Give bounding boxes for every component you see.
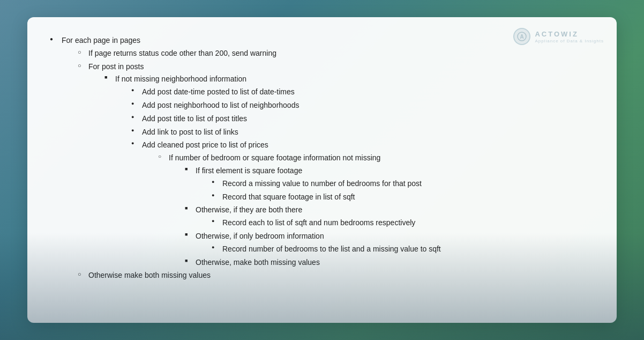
item-text: For each page in pages — [62, 36, 140, 45]
item-text: Record number of bedrooms to the list an… — [222, 245, 441, 253]
item-text: Otherwise, if they are both there — [196, 205, 302, 214]
list-item: Add link to post to list of links — [130, 126, 595, 139]
list-item: Otherwise, if they are both there Record… — [184, 204, 595, 230]
item-text: If page returns status code other than 2… — [88, 49, 276, 57]
item-text: Otherwise, if only bedroom information — [196, 232, 324, 240]
list-item: If not missing neighborhood information … — [103, 73, 595, 269]
list-item: If page returns status code other than 2… — [77, 47, 595, 60]
item-text: For post in posts — [88, 62, 144, 71]
list-item: Add cleaned post price to list of prices… — [130, 139, 595, 269]
list-item: Otherwise, make both missing values — [184, 256, 595, 269]
list-item: Record that square footage in list of sq… — [211, 191, 595, 204]
content-card: A ACTOWIZ Appliance of Data & Insights F… — [27, 17, 617, 323]
item-text: Otherwise, make both missing values — [196, 258, 320, 267]
top-level-list: For each page in pages If page returns s… — [49, 34, 595, 282]
list-item: If first element is square footage Recor… — [184, 165, 595, 203]
item-text: Otherwise make both missing values — [88, 271, 211, 279]
level4-list: Add post date-time posted to list of dat… — [115, 86, 595, 269]
item-text: Add post title to list of post titles — [142, 114, 247, 123]
list-item: Record number of bedrooms to the list an… — [211, 243, 595, 256]
list-item: Add post title to list of post titles — [130, 113, 595, 125]
item-text: If number of bedroom or square footage i… — [169, 153, 380, 162]
list-item: Add post date-time posted to list of dat… — [130, 86, 595, 99]
list-item: If number of bedroom or square footage i… — [157, 152, 595, 269]
level2-last-list: Otherwise make both missing values — [62, 269, 595, 282]
list-item: Otherwise, if only bedroom information R… — [184, 230, 595, 256]
item-text: Record a missing value to number of bedr… — [222, 179, 422, 188]
level3-list: If not missing neighborhood information … — [88, 73, 595, 269]
level2-list: If page returns status code other than 2… — [62, 47, 595, 269]
outline-content: For each page in pages If page returns s… — [49, 34, 595, 282]
item-text: Record that square footage in list of sq… — [222, 193, 355, 201]
item-text: Add post neighborhood to list of neighbo… — [142, 101, 299, 109]
item-text: Record each to list of sqft and num bedr… — [222, 218, 415, 227]
level7-list: Record number of bedrooms to the list an… — [196, 243, 595, 256]
level7-list: Record a missing value to number of bedr… — [196, 178, 595, 204]
item-text: If first element is square footage — [196, 166, 302, 175]
item-text: Add cleaned post price to list of prices — [142, 141, 268, 149]
level6-list: If first element is square footage Recor… — [169, 165, 595, 269]
list-item: Record a missing value to number of bedr… — [211, 178, 595, 190]
level5-list: If number of bedroom or square footage i… — [142, 152, 595, 269]
item-text: Add link to post to list of links — [142, 128, 238, 136]
list-item: For each page in pages If page returns s… — [49, 34, 595, 282]
item-text: Add post date-time posted to list of dat… — [142, 87, 295, 96]
list-item: Record each to list of sqft and num bedr… — [211, 217, 595, 230]
list-item: For post in posts If not missing neighbo… — [77, 61, 595, 269]
list-item: Add post neighborhood to list of neighbo… — [130, 99, 595, 112]
list-item: Otherwise make both missing values — [77, 269, 595, 282]
level7-list: Record each to list of sqft and num bedr… — [196, 217, 595, 230]
item-text: If not missing neighborhood information — [115, 75, 246, 83]
